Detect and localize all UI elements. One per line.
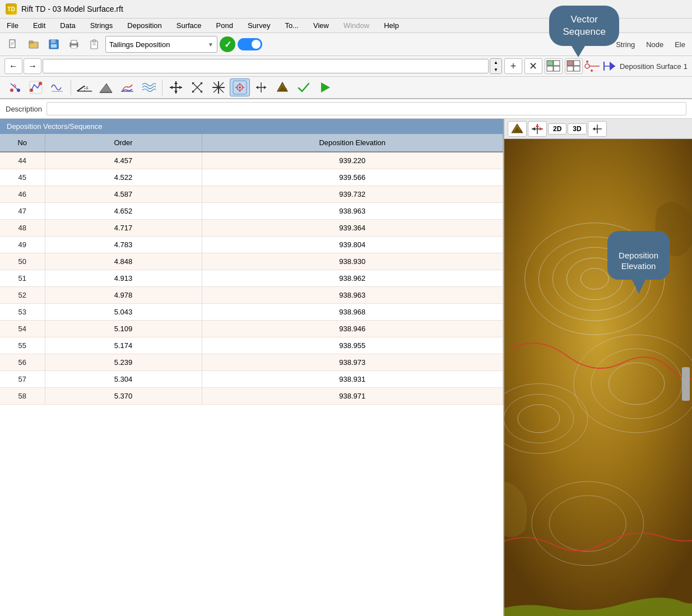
svg-rect-6 (29, 41, 33, 43)
map-extra-button[interactable] (588, 121, 607, 137)
cross-arrow[interactable] (208, 78, 229, 96)
section-title: Deposition Vectors/Sequence (7, 122, 103, 131)
table-row[interactable]: 46 4.587 939.732 (0, 186, 503, 203)
open-button[interactable] (25, 35, 43, 53)
svg-point-32 (10, 89, 13, 92)
arrow-4way[interactable] (166, 78, 186, 96)
validate-button[interactable]: ✓ (220, 36, 235, 52)
table-row[interactable]: 53 5.043 938.968 (0, 304, 503, 321)
cross-section-tool[interactable] (117, 78, 137, 96)
grid-add-button[interactable] (545, 58, 563, 74)
table-row[interactable]: 48 4.717 939.364 (0, 220, 503, 237)
menu-strings[interactable]: Strings (88, 20, 115, 31)
grid-delete-button[interactable] (565, 58, 583, 74)
svg-marker-83 (540, 127, 543, 131)
view-2d-button[interactable]: 2D (548, 123, 566, 135)
terrain-view-button[interactable] (508, 121, 527, 137)
right-panel: 2D 3D (504, 119, 692, 616)
cell-elevation: 938.946 (202, 321, 503, 337)
svg-rect-19 (547, 66, 553, 71)
confirm-tool[interactable] (294, 78, 314, 96)
delete-button[interactable]: ✕ (524, 58, 542, 74)
menu-view[interactable]: View (311, 20, 331, 31)
arrow-diagonal[interactable] (187, 78, 207, 96)
tab-string[interactable]: String (614, 39, 637, 50)
table-row[interactable]: 45 4.522 939.566 (0, 169, 503, 186)
menu-survey[interactable]: Survey (245, 20, 272, 31)
menu-pond[interactable]: Pond (214, 20, 235, 31)
forward-button[interactable]: → (24, 58, 41, 74)
table-row[interactable]: 55 5.174 938.955 (0, 337, 503, 354)
map-scrollbar[interactable] (682, 367, 690, 401)
table-row[interactable]: 49 4.783 939.804 (0, 237, 503, 253)
menu-help[interactable]: Help (382, 20, 401, 31)
dep-elevation-callout-text: Deposition Elevation (619, 251, 658, 271)
table-row[interactable]: 50 4.848 938.930 (0, 253, 503, 270)
polyline-tool[interactable] (26, 78, 46, 96)
svg-text:Δ: Δ (86, 86, 89, 90)
wave-pattern-tool[interactable] (138, 78, 159, 96)
cell-no: 48 (0, 220, 45, 237)
print-button[interactable] (65, 35, 83, 53)
menu-deposition[interactable]: Deposition (125, 20, 164, 31)
menu-edit[interactable]: Edit (31, 20, 48, 31)
dep-surface-value: 1 (684, 62, 688, 71)
point-tool[interactable] (4, 78, 25, 96)
spin-up[interactable]: ▲ (490, 59, 501, 66)
active-pointer-tool[interactable] (230, 78, 250, 96)
tab-node[interactable]: Node (644, 39, 666, 50)
sequence-dropdown[interactable]: Tailings Deposition ▼ (105, 36, 217, 53)
table-row[interactable]: 54 5.109 938.946 (0, 321, 503, 337)
menu-file[interactable]: File (4, 20, 21, 31)
table-row[interactable]: 58 5.370 938.971 (0, 388, 503, 405)
spin-down[interactable]: ▼ (490, 66, 501, 73)
menu-to[interactable]: To... (282, 20, 301, 31)
back-button[interactable]: ← (4, 58, 22, 74)
cell-elevation: 939.732 (202, 186, 503, 203)
menu-window[interactable]: Window (341, 20, 371, 31)
chevron-down-icon: ▼ (208, 41, 213, 48)
wave-tool[interactable] (47, 78, 67, 96)
address-input[interactable] (43, 59, 489, 73)
table-row[interactable]: 47 4.652 938.963 (0, 203, 503, 220)
svg-rect-9 (51, 44, 57, 48)
menu-data[interactable]: Data (58, 20, 77, 31)
left-panel: Deposition Vectors/Sequence No Order Dep… (0, 119, 504, 616)
table-row[interactable]: 52 4.978 938.963 (0, 287, 503, 304)
slope-tool[interactable] (96, 78, 116, 96)
svg-rect-23 (567, 66, 573, 71)
table-row[interactable]: 56 5.239 938.973 (0, 354, 503, 371)
cell-order: 4.978 (45, 287, 202, 304)
compass-button[interactable] (528, 121, 547, 137)
col-header-no: No (0, 134, 45, 152)
grade-tool[interactable]: Δ (75, 78, 95, 96)
toggle-switch[interactable] (238, 38, 262, 50)
app-icon: TD (6, 3, 17, 15)
spinner-control[interactable]: ▲ ▼ (490, 58, 502, 74)
cell-elevation: 938.968 (202, 304, 503, 321)
description-input[interactable] (47, 102, 686, 115)
snap-tool[interactable] (251, 78, 271, 96)
table-row[interactable]: 51 4.913 938.962 (0, 270, 503, 287)
data-table[interactable]: No Order Deposition Elevation 44 4.457 9… (0, 134, 503, 616)
table-row[interactable]: 44 4.457 939.220 (0, 152, 503, 169)
cell-order: 5.043 (45, 304, 202, 321)
add-button[interactable]: + (504, 58, 522, 74)
table-row[interactable]: 57 5.304 938.931 (0, 371, 503, 388)
clipboard-button[interactable] (85, 35, 103, 53)
cell-order: 5.304 (45, 371, 202, 388)
run-button[interactable] (315, 78, 335, 96)
svg-point-27 (586, 61, 588, 63)
menu-surface[interactable]: Surface (174, 20, 204, 31)
terrain-tool[interactable] (272, 78, 292, 96)
new-button[interactable] (4, 35, 22, 53)
cell-order: 4.652 (45, 203, 202, 220)
cell-order: 4.522 (45, 169, 202, 186)
toolbar2-right: Deposition Surface 1 (584, 60, 688, 72)
svg-marker-76 (321, 82, 330, 92)
svg-rect-24 (574, 66, 580, 71)
save-button[interactable] (45, 35, 63, 53)
vector-seq-callout-text: Vector Sequence (563, 14, 606, 37)
tab-ele[interactable]: Ele (672, 39, 688, 50)
view-3d-button[interactable]: 3D (568, 123, 586, 135)
